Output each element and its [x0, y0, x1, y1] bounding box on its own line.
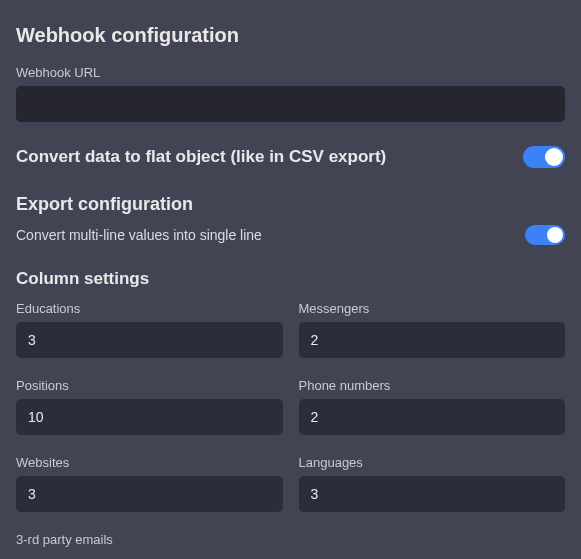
- phone-numbers-field: Phone numbers: [299, 378, 566, 435]
- messengers-input[interactable]: [299, 322, 566, 358]
- educations-input[interactable]: [16, 322, 283, 358]
- positions-field: Positions: [16, 378, 283, 435]
- websites-label: Websites: [16, 455, 283, 470]
- export-config-title: Export configuration: [16, 194, 565, 215]
- column-settings-title: Column settings: [16, 269, 565, 289]
- multiline-row: Convert multi-line values into single li…: [16, 225, 565, 245]
- multiline-toggle[interactable]: [525, 225, 565, 245]
- educations-field: Educations: [16, 301, 283, 358]
- languages-field: Languages: [299, 455, 566, 512]
- languages-input[interactable]: [299, 476, 566, 512]
- multiline-label: Convert multi-line values into single li…: [16, 227, 262, 243]
- flat-object-toggle[interactable]: [523, 146, 565, 168]
- flat-object-label: Convert data to flat object (like in CSV…: [16, 147, 386, 167]
- messengers-label: Messengers: [299, 301, 566, 316]
- positions-label: Positions: [16, 378, 283, 393]
- webhook-url-input[interactable]: [16, 86, 565, 122]
- column-settings-grid: Educations Messengers Positions Phone nu…: [16, 301, 565, 512]
- phone-numbers-input[interactable]: [299, 399, 566, 435]
- websites-input[interactable]: [16, 476, 283, 512]
- messengers-field: Messengers: [299, 301, 566, 358]
- websites-field: Websites: [16, 455, 283, 512]
- webhook-config-title: Webhook configuration: [16, 24, 565, 47]
- toggle-knob: [545, 148, 563, 166]
- toggle-knob: [547, 227, 563, 243]
- educations-label: Educations: [16, 301, 283, 316]
- third-party-emails-label: 3-rd party emails: [16, 532, 565, 547]
- webhook-url-label: Webhook URL: [16, 65, 565, 80]
- phone-numbers-label: Phone numbers: [299, 378, 566, 393]
- positions-input[interactable]: [16, 399, 283, 435]
- flat-object-row: Convert data to flat object (like in CSV…: [16, 146, 565, 168]
- languages-label: Languages: [299, 455, 566, 470]
